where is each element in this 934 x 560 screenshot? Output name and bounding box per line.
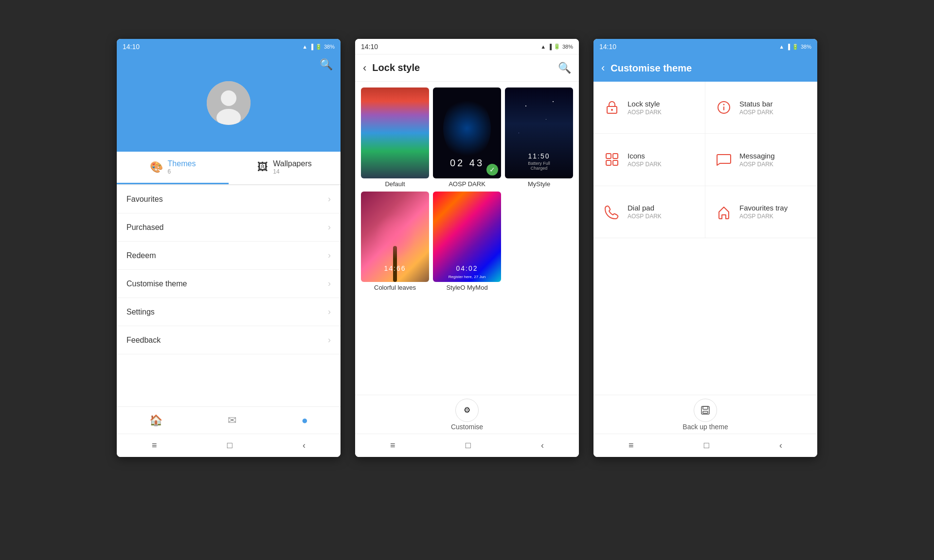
back-btn-sys[interactable]: ‹	[303, 440, 305, 451]
battery-icon2: 🔋	[554, 43, 560, 50]
screen2-title: Lock style	[372, 62, 552, 73]
screen2-back-button[interactable]: ‹	[363, 62, 366, 74]
backup-label: Back up theme	[683, 423, 728, 431]
favourites-tray-title: Favourites tray	[739, 204, 788, 212]
favourites-chevron: ›	[328, 194, 331, 204]
wifi-icon3: ▲	[779, 44, 784, 50]
styleo-label: StyleO MyMod	[446, 284, 487, 291]
dial-pad-icon	[603, 203, 621, 221]
cell-favourites-tray[interactable]: Favourites tray AOSP DARK	[705, 186, 817, 238]
screen3-spacer	[593, 238, 817, 395]
grid-item-styleo[interactable]: 04:02 Register here, 27 Jun StyleO MyMod	[433, 192, 501, 292]
selected-badge: ✓	[486, 164, 498, 175]
thumb-styleo: 04:02 Register here, 27 Jun	[433, 192, 501, 282]
wallpapers-tab-count: 14	[273, 168, 311, 175]
menu-btn3[interactable]: ≡	[629, 440, 634, 451]
menu-item-settings[interactable]: Settings ›	[117, 298, 341, 326]
grid-item-aosp-dark[interactable]: 02 43 ✓ AOSP DARK	[433, 88, 501, 188]
favourites-tray-icon	[715, 203, 733, 221]
themes-tab-label: Themes	[168, 159, 196, 168]
back-btn-sys3[interactable]: ‹	[779, 440, 782, 451]
customise-circle-button[interactable]: ⚙	[455, 399, 479, 422]
grid-item-default[interactable]: Default	[361, 88, 429, 188]
back-btn-sys2[interactable]: ‹	[541, 440, 544, 451]
menu-item-purchased[interactable]: Purchased ›	[117, 213, 341, 242]
feedback-label: Feedback	[126, 336, 161, 345]
screen2-topbar: ‹ Lock style 🔍	[355, 54, 579, 82]
screen2-time: 14:10	[361, 43, 378, 51]
battery-icon3: 🔋	[792, 44, 799, 50]
backup-icon	[700, 404, 711, 416]
screen3-back-button[interactable]: ‹	[601, 62, 605, 74]
lock-style-icon	[603, 99, 621, 116]
svg-point-6	[723, 104, 725, 105]
menu-item-customise-theme[interactable]: Customise theme ›	[117, 270, 341, 298]
home-btn3[interactable]: □	[704, 440, 709, 451]
status-bar-sub: AOSP DARK	[739, 109, 773, 116]
screen1-status-icons: ▲ ▐ 🔋 38%	[302, 44, 335, 50]
icons-sub: AOSP DARK	[628, 161, 662, 168]
screen3-phone: 14:10 ▲ ▐ 🔋 38% ‹ Customise theme	[593, 39, 817, 457]
wallpapers-icon: 🖼	[257, 161, 268, 174]
screen3-time: 14:10	[599, 43, 616, 51]
header-search-icon[interactable]: 🔍	[320, 58, 333, 71]
lock-style-grid: Default 02 43 ✓ AOSP DARK	[355, 82, 579, 395]
signal-icon3: ▐	[786, 44, 790, 50]
messaging-title: Messaging	[739, 152, 775, 160]
menu-item-favourites[interactable]: Favourites ›	[117, 185, 341, 213]
battery-percent3: 38%	[801, 44, 811, 50]
cell-status-bar[interactable]: Status bar AOSP DARK	[705, 82, 817, 134]
default-label: Default	[385, 180, 405, 188]
screen1-header: 🔍	[117, 54, 341, 152]
thumb-aosp-dark: 02 43 ✓	[433, 88, 501, 178]
screen1-time: 14:10	[123, 43, 140, 51]
grid-item-mystyle[interactable]: 11:50 Battery Full Charged MyStyle	[505, 88, 573, 188]
favourites-label: Favourites	[126, 195, 163, 204]
screen2-status-bar: 14:10 ▲ ▐ 🔋 38%	[355, 39, 579, 54]
tabs-row: 🎨 Themes 6 🖼 Wallpapers 14	[117, 152, 341, 185]
menu-btn2[interactable]: ≡	[390, 440, 395, 451]
customise-theme-chevron: ›	[328, 279, 331, 289]
menu-btn[interactable]: ≡	[152, 440, 157, 451]
svg-rect-8	[606, 154, 611, 158]
thumb-mystyle: 11:50 Battery Full Charged	[505, 88, 573, 178]
screen1-status-bar: 14:10 ▲ ▐ 🔋 38%	[117, 39, 341, 54]
screen2-status-icons: ▲ ▐ 🔋 38%	[540, 43, 573, 50]
thumb-colorful-leaves: 14:66	[361, 192, 429, 282]
customise-gear-icon: ⚙	[464, 405, 470, 415]
cell-dial-pad[interactable]: Dial pad AOSP DARK	[593, 186, 705, 238]
mystyle-label: MyStyle	[528, 180, 550, 188]
screen3-bottom-bar: Back up theme	[593, 395, 817, 434]
customise-theme-grid: Lock style AOSP DARK Status bar AOSP DAR…	[593, 82, 817, 238]
aosp-dark-label: AOSP DARK	[449, 180, 485, 188]
menu-item-redeem[interactable]: Redeem ›	[117, 242, 341, 270]
home-btn2[interactable]: □	[466, 440, 471, 451]
settings-chevron: ›	[328, 307, 331, 317]
cell-messaging[interactable]: Messaging AOSP DARK	[705, 134, 817, 186]
home-btn[interactable]: □	[227, 440, 233, 451]
battery-icon: 🔋	[315, 44, 322, 50]
screen3-title: Customise theme	[611, 63, 809, 74]
menu-list: Favourites › Purchased › Redeem › Custom…	[117, 185, 341, 406]
nav-home[interactable]: 🏠	[149, 414, 162, 427]
cell-lock-style[interactable]: Lock style AOSP DARK	[593, 82, 705, 134]
backup-circle-button[interactable]	[694, 399, 717, 422]
screen2-phone: 14:10 ▲ ▐ 🔋 38% ‹ Lock style 🔍 Default	[355, 39, 579, 457]
screen1-phone: 14:10 ▲ ▐ 🔋 38% 🔍 🎨	[117, 39, 341, 457]
cell-icons[interactable]: Icons AOSP DARK	[593, 134, 705, 186]
nav-profile[interactable]: ●	[302, 414, 308, 427]
purchased-chevron: ›	[328, 222, 331, 232]
svg-rect-13	[703, 406, 708, 409]
dial-pad-title: Dial pad	[628, 204, 662, 212]
screen2-bottom-bar: ⚙ Customise	[355, 395, 579, 434]
screen3-topbar: ‹ Customise theme	[593, 54, 817, 82]
nav-store[interactable]: ✉	[228, 414, 236, 427]
battery-percent2: 38%	[562, 44, 573, 50]
svg-rect-7	[723, 106, 724, 110]
tab-themes[interactable]: 🎨 Themes 6	[117, 152, 229, 184]
menu-item-feedback[interactable]: Feedback ›	[117, 326, 341, 354]
grid-item-colorful-leaves[interactable]: 14:66 Colorful leaves	[361, 192, 429, 292]
thumb-default	[361, 88, 429, 178]
tab-wallpapers[interactable]: 🖼 Wallpapers 14	[229, 152, 341, 184]
screen2-search-icon[interactable]: 🔍	[558, 62, 571, 74]
